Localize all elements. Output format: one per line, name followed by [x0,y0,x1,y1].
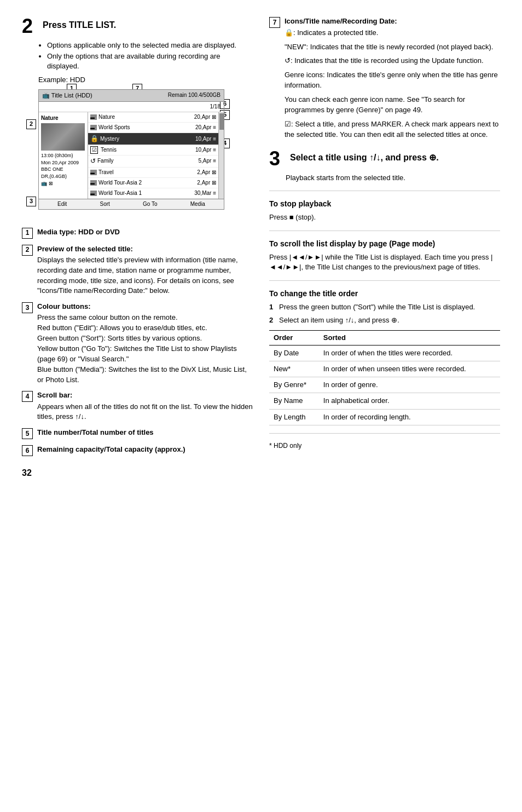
list-item: ▬World Tour-Asia 22,Apr ⊠ [88,178,218,188]
overlay-badge-2: 2 [26,119,36,129]
badge-2-title: Preview of the selected title: [37,244,253,254]
badge-5-title: Title number/Total number of titles [37,428,154,436]
step2-number: 2 [22,16,38,36]
order-table: Order Sorted By Date In order of when th… [269,330,500,425]
film-icon: ▬ [90,191,97,196]
badge-4: 4 [22,391,33,402]
badge-6: 6 [22,445,33,456]
ui-bottom-bar: Edit Sort Go To Media [39,199,224,209]
badge-1-title: Media type: HDD or DVD [37,228,120,236]
stop-playback-heading: To stop playback [269,199,500,210]
ui-title-text: 📺 Title List (HDD) [42,91,92,100]
change-order-step-1: 1 Press the green button ("Sort") while … [269,302,500,312]
section-divider-2 [269,231,500,231]
checkbox-icon: ☑ [90,146,98,154]
change-order-step-2-text: Select an item using ↑/↓, and press ⊕. [279,315,500,325]
badge-2-desc: Displays the selected title's preview wi… [37,255,253,296]
badge-4-desc: Appears when all of the titles do not fi… [37,402,253,423]
badge-7-para6: ☑: Select a title, and press MARKER. A c… [285,119,500,140]
ui-scrollbar [218,112,224,199]
table-header-order: Order [269,330,319,345]
table-row: By Name In alphabetical order. [269,393,500,409]
ui-preview: Nature 13:00 (0h30m)Mon 20,Apr 2009BBC O… [39,112,88,199]
badge-5: 5 [22,428,33,439]
scrollbar-thumb [219,113,224,130]
sorted-cell-2: In order of when unseen titles were reco… [319,361,500,377]
preview-thumb [41,123,85,151]
order-cell-5: By Length [269,409,319,425]
sort-button[interactable]: Sort [100,200,109,208]
order-cell-1: By Date [269,345,319,361]
badge-row-3: 3 Colour buttons: Press the same colour … [22,302,253,385]
table-row: By Length In order of recording length. [269,409,500,425]
page-footer: 32 [22,467,253,479]
badge-7-title: Icons/Title name/Recording Date: [285,16,500,26]
film-icon: ▬ [90,180,97,186]
bullet-2: Only the options that are available duri… [47,51,253,71]
stop-playback-content: Press ■ (stop). [269,212,500,222]
step3-number: 3 [269,149,286,169]
table-row: New* In order of when unseen titles were… [269,361,500,377]
sorted-cell-5: In order of recording length. [319,409,500,425]
change-order-step-1-num: 1 [269,302,279,312]
step3-title: Select a title using ↑/↓, and press ⊕. [290,152,439,164]
step3-header: 3 Select a title using ↑/↓, and press ⊕. [269,149,500,169]
badge-1-content: Media type: HDD or DVD [37,227,253,237]
ui-remain: Remain 100.4/500GB [168,91,221,99]
table-header-sorted: Sorted [319,330,500,345]
goto-button[interactable]: Go To [143,200,158,208]
badge-7-para2: "NEW": Indicates that the title is newly… [285,42,500,53]
table-row: By Genre* In order of genre. [269,377,500,393]
screenshot-wrapper: 1 7 6 5 2 4 3 📺 Title List (HDD) Remain … [38,89,224,218]
table-row: By Date In order of when the titles were… [269,345,500,361]
badge-row-1: 1 Media type: HDD or DVD [22,227,253,239]
change-order-step-2: 2 Select an item using ↑/↓, and press ⊕. [269,315,500,325]
badge-7: 7 [269,17,280,28]
badge-2: 2 [22,245,33,256]
badge-5-content: Title number/Total number of titles [37,428,253,437]
badge-3-content: Colour buttons: Press the same colour bu… [37,302,253,385]
badge-3: 3 [22,302,33,313]
badge-7-para5: You can check each genre icon name. See … [285,94,500,116]
section-divider-1 [269,191,500,191]
badge-7-content: Icons/Title name/Recording Date: 🔒: Indi… [285,16,500,143]
badge-7-para4: Genre icons: Indicates the title's genre… [285,70,500,91]
badge-4-content: Scroll bar: Appears when all of the titl… [37,390,253,422]
edit-button[interactable]: Edit [57,200,67,208]
film-icon: ▬ [90,170,97,175]
ui-title-bar: 📺 Title List (HDD) Remain 100.4/500GB [39,90,224,102]
step2-title: Press TITLE LIST. [43,20,116,31]
badge-row-4: 4 Scroll bar: Appears when all of the ti… [22,390,253,422]
badge-row-2: 2 Preview of the selected title: Display… [22,244,253,297]
badge-4-title: Scroll bar: [37,390,253,400]
order-cell-4: By Name [269,393,319,409]
badge-7-para3: ↺: Indicates that the title is recorded … [285,55,500,66]
section-divider-3 [269,280,500,281]
film-icon: ▬ [90,125,97,130]
overlay-badge-3: 3 [26,197,36,206]
list-item: ☑Tennis10,Apr ≡ [88,145,218,156]
ui-body: Nature 13:00 (0h30m)Mon 20,Apr 2009BBC O… [39,112,224,199]
ui-list: ▬Nature20,Apr ⊠ ▬World Sports20,Apr ≡ 🔒M… [88,112,218,199]
list-item: ▬Nature20,Apr ⊠ [88,112,218,123]
list-item: ↺Family5,Apr ≡ [88,156,218,168]
lock-icon: 🔒 [90,134,98,143]
left-column: 2 Press TITLE LIST. Options applicable o… [22,16,253,480]
order-cell-3: By Genre* [269,377,319,393]
badge-2-content: Preview of the selected title: Displays … [37,244,253,297]
badge-1: 1 [22,228,33,239]
badge-descriptions: 1 Media type: HDD or DVD 2 Preview of th… [22,227,253,457]
list-item: ▬World Sports20,Apr ≡ [88,123,218,133]
badge-6-title: Remaining capacity/Total capacity (appro… [37,445,185,453]
badge-3-title: Colour buttons: [37,302,253,312]
ui-screenshot: 📺 Title List (HDD) Remain 100.4/500GB 1/… [38,89,224,210]
badge-6-content: Remaining capacity/Total capacity (appro… [37,445,253,454]
change-order-step-2-num: 2 [269,315,279,325]
change-order-heading: To change the title order [269,289,500,300]
right-column: 7 Icons/Title name/Recording Date: 🔒: In… [269,16,500,480]
sorted-cell-4: In alphabetical order. [319,393,500,409]
change-order-step-1-text: Press the green button ("Sort") while th… [279,302,500,312]
media-button[interactable]: Media [190,200,205,208]
list-item-selected: 🔒Mystery10,Apr ≡ [88,133,218,145]
footnote: * HDD only [269,441,500,451]
